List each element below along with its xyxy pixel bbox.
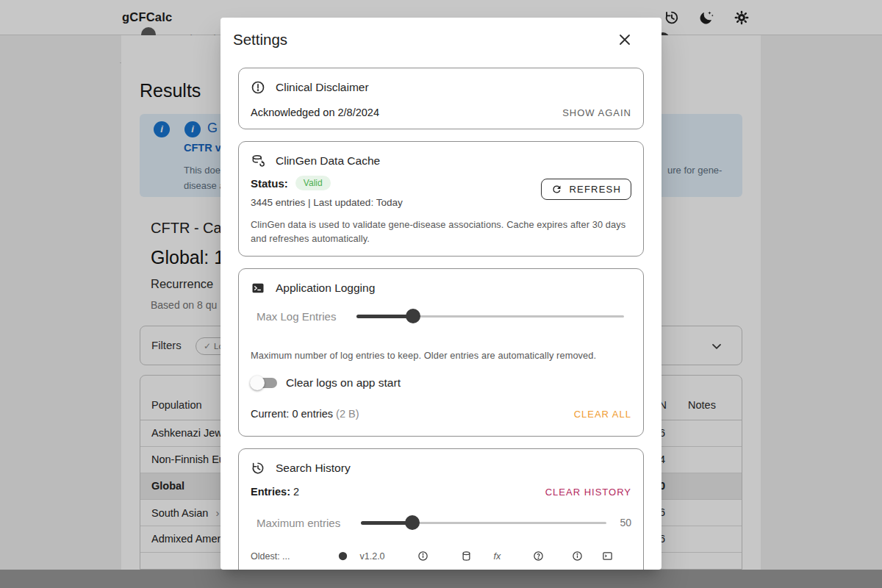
modal-title: Settings (233, 31, 287, 49)
slider-thumb[interactable] (406, 309, 420, 323)
clingen-cache-card: ClinGen Data Cache Status: Valid 3445 en… (238, 141, 644, 257)
terminal-small-icon[interactable] (602, 551, 613, 562)
show-again-button[interactable]: SHOW AGAIN (562, 107, 631, 118)
history-footer-row: Oldest: ... v1.2.0 fx (251, 551, 631, 562)
close-icon[interactable] (616, 31, 634, 49)
card-title: Clinical Disclaimer (276, 81, 369, 94)
settings-modal: Settings Clinical Disclaimer Acknowledge… (220, 18, 662, 570)
clear-logs-label: Clear logs on app start (286, 376, 401, 390)
alert-circle-icon (251, 80, 265, 95)
clear-history-button[interactable]: CLEAR HISTORY (545, 487, 631, 498)
application-logging-card: Application Logging Max Log Entries Maxi… (238, 268, 644, 437)
slider-thumb[interactable] (405, 515, 420, 530)
refresh-button[interactable]: REFRESH (541, 179, 631, 200)
fx-label: fx (494, 551, 501, 562)
acknowledged-text: Acknowledged on 2/8/2024 (251, 107, 379, 118)
cache-description: ClinGen data is used to validate gene-di… (251, 218, 631, 245)
github-icon[interactable] (337, 551, 348, 562)
entries-count-text: Entries: 2 (251, 486, 299, 498)
clear-logs-toggle[interactable] (252, 376, 277, 390)
card-title: Search History (276, 462, 351, 475)
terminal-icon (251, 281, 265, 295)
maximum-entries-label: Maximum entries (257, 517, 340, 529)
clinical-disclaimer-card: Clinical Disclaimer Acknowledged on 2/8/… (238, 68, 644, 129)
refresh-label: REFRESH (569, 184, 621, 195)
maximum-entries-slider[interactable] (361, 515, 606, 530)
cache-meta-text: 3445 entries | Last updated: Today (251, 197, 403, 208)
max-log-entries-label: Max Log Entries (257, 310, 336, 323)
card-title: ClinGen Data Cache (276, 154, 380, 168)
card-title: Application Logging (276, 282, 375, 295)
maximum-entries-value: 50 (614, 517, 631, 528)
search-history-card: Search History Entries: 2 CLEAR HISTORY … (238, 448, 644, 570)
refresh-icon (551, 184, 562, 195)
info-circle-icon[interactable] (417, 551, 429, 562)
version-text: v1.2.0 (360, 551, 385, 562)
max-log-entries-slider[interactable] (356, 309, 624, 323)
current-entries-text: Current: 0 entries (2 B) (251, 408, 359, 420)
status-badge: Valid (295, 176, 331, 190)
help-circle-icon[interactable] (533, 551, 544, 562)
clear-all-button[interactable]: CLEAR ALL (574, 409, 631, 420)
database-sync-icon (251, 154, 265, 168)
oldest-entry-fragment: Oldest: ... (251, 551, 290, 562)
database-icon[interactable] (461, 551, 472, 562)
search-history-icon (251, 461, 265, 476)
info-circle-icon[interactable] (572, 551, 583, 562)
status-label: Status: (251, 177, 288, 190)
logging-description: Maximum number of log entries to keep. O… (251, 348, 631, 362)
